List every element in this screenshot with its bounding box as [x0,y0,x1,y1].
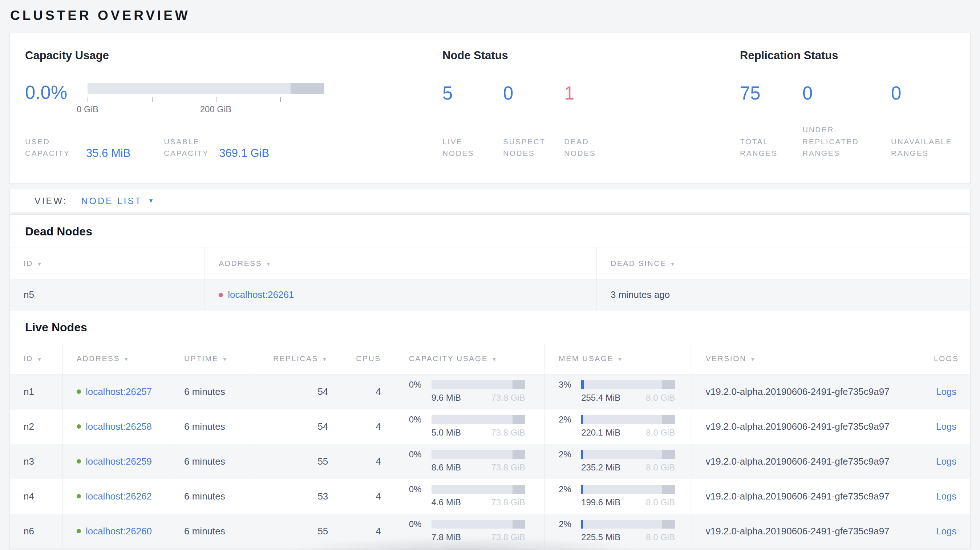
view-label: VIEW: [35,196,67,206]
mem-reserved-segment [662,450,675,459]
live-nodes-heading: Live Nodes [10,311,970,343]
cpus-cell: 4 [342,409,395,444]
capacity-usage-bar: 0 GiB 200 GiB [88,83,325,115]
used-capacity-value: 35.6 MiB [86,147,130,159]
node-id-cell: n1 [10,374,62,409]
logs-link[interactable]: Logs [936,491,956,502]
sort-desc-icon: ▼ [124,356,130,362]
total-ranges-stat: 75 TOTAL RANGES [740,84,802,159]
version-cell: v19.2.0-alpha.20190606-2491-gfe735c9a97 [692,479,922,513]
sort-desc-icon: ▼ [37,356,43,362]
node-address-link[interactable]: localhost:26257 [86,386,152,397]
logs-link[interactable]: Logs [936,526,956,537]
dead-nodes-label: DEAD NODES [564,136,608,159]
dead-col-header-address[interactable]: ADDRESS▼ [205,247,597,279]
live-col-header-id[interactable]: ID▼ [10,343,62,374]
node-status-section: Node Status 5 LIVE NODES 0 SUSPECT NODES… [442,49,733,183]
suspect-nodes-count: 0 [503,84,564,102]
live-status-dot-icon [76,494,81,498]
mem-usage-cell: 2% 199.6 MiB8.0 GiB [558,485,692,507]
replicas-cell: 55 [251,513,342,548]
live-nodes-stat: 5 LIVE NODES [442,84,503,159]
mem-reserved-segment [662,380,675,389]
node-id-cell: n6 [10,513,62,548]
live-col-header-replicas[interactable]: REPLICAS▼ [251,343,342,374]
node-address-link[interactable]: localhost:26262 [86,491,152,502]
capacity-usage-cell: 0% 5.0 MiB73.8 GiB [409,415,544,438]
capacity-usage-cell: 0% 7.8 MiB73.8 GiB [409,520,544,542]
axis-label-zero: 0 GiB [76,104,99,114]
capacity-usage-section: Capacity Usage 0.0% 0 GiB 200 GiB USED C… [25,49,428,183]
view-selector-bar: VIEW: NODE LIST ▼ [10,189,970,213]
live-col-header-mem-usage[interactable]: MEM USAGE▼ [545,343,692,374]
node-address-link[interactable]: localhost:26259 [86,456,152,467]
mem-reserved-segment [662,485,675,494]
replicas-cell: 53 [251,479,342,513]
logs-link[interactable]: Logs [936,456,956,467]
under-replicated-ranges-stat: 0 UNDER-REPLICATED RANGES [802,84,891,159]
replication-status-section: Replication Status 75 TOTAL RANGES 0 UND… [740,49,959,183]
sort-desc-icon: ▼ [37,261,43,267]
dead-nodes-stat: 1 DEAD NODES [564,84,608,159]
capacity-usage-cell: 0% 4.6 MiB73.8 GiB [409,485,544,507]
version-cell: v19.2.0-alpha.20190606-2491-gfe735c9a97 [692,374,922,409]
live-col-header-address[interactable]: ADDRESS▼ [62,343,170,374]
usable-capacity-label: USABLE CAPACITY [164,136,219,159]
live-col-header-version[interactable]: VERSION▼ [692,343,922,374]
cpus-cell: 4 [342,444,395,479]
logs-link[interactable]: Logs [936,386,956,397]
node-address-link[interactable]: localhost:26258 [86,421,152,432]
chevron-down-icon: ▼ [148,198,154,204]
capacity-usage-cell: 0% 9.6 MiB73.8 GiB [409,380,544,403]
mem-usage-cell: 3% 255.4 MiB8.0 GiB [558,380,692,403]
live-col-header-capacity-usage[interactable]: CAPACITY USAGE▼ [395,343,544,374]
logs-link[interactable]: Logs [936,421,956,432]
sort-desc-icon: ▼ [322,356,328,362]
table-row: n1 localhost:26257 6 minutes 54 4 0% 9.6… [10,374,970,409]
live-nodes-table: ID▼ ADDRESS▼ UPTIME▼ REPLICAS▼ CPUS CAPA… [10,343,970,549]
mem-fill-bar [581,520,583,529]
capacity-reserved-segment [512,380,525,389]
node-address-link[interactable]: localhost:26260 [86,526,152,537]
cpus-cell: 4 [342,513,395,548]
used-capacity-label: USED CAPACITY [25,136,86,159]
live-col-header-uptime[interactable]: UPTIME▼ [170,343,251,374]
dead-col-header-dead-since[interactable]: DEAD SINCE▼ [597,247,970,279]
total-ranges-label: TOTAL RANGES [740,136,783,159]
live-status-dot-icon [76,529,81,533]
capacity-bar-reserved-segment [291,83,325,94]
capacity-reserved-segment [512,520,525,529]
dead-col-header-id[interactable]: ID▼ [10,247,205,279]
sort-desc-icon: ▼ [266,261,272,267]
view-mode-dropdown[interactable]: NODE LIST ▼ [81,196,154,206]
replicas-cell: 55 [251,444,342,479]
unavailable-ranges-stat: 0 UNAVAILABLE RANGES [891,84,967,159]
total-ranges-count: 75 [740,84,802,102]
live-nodes-label: LIVE NODES [442,136,486,159]
capacity-reserved-segment [512,485,525,494]
live-col-header-cpus[interactable]: CPUS [342,343,395,374]
unavailable-ranges-count: 0 [891,84,967,102]
sort-desc-icon: ▼ [222,356,228,362]
mem-fill-bar [581,450,583,459]
cpus-cell: 4 [342,374,395,409]
table-row: n5 localhost:26261 3 minutes ago [10,279,970,311]
mem-fill-bar [581,415,583,424]
node-id-cell: n5 [10,279,205,311]
replication-status-title: Replication Status [740,49,959,62]
uptime-cell: 6 minutes [170,479,251,513]
mem-reserved-segment [662,520,675,529]
table-row: n3 localhost:26259 6 minutes 55 4 0% 8.6… [10,444,970,479]
mem-usage-cell: 2% 225.5 MiB8.0 GiB [558,520,692,542]
sort-desc-icon: ▼ [492,356,498,362]
suspect-nodes-stat: 0 SUSPECT NODES [503,84,564,159]
under-replicated-ranges-label: UNDER-REPLICATED RANGES [802,124,880,159]
table-row: n6 localhost:26260 6 minutes 55 4 0% 7.8… [10,513,970,548]
live-col-header-logs: LOGS [922,343,970,374]
version-cell: v19.2.0-alpha.20190606-2491-gfe735c9a97 [692,444,922,479]
node-address-link[interactable]: localhost:26261 [228,289,294,300]
mem-fill-bar [581,485,583,494]
usable-capacity-value: 369.1 GiB [219,147,269,159]
cpus-cell: 4 [342,479,395,513]
uptime-cell: 6 minutes [170,513,251,548]
